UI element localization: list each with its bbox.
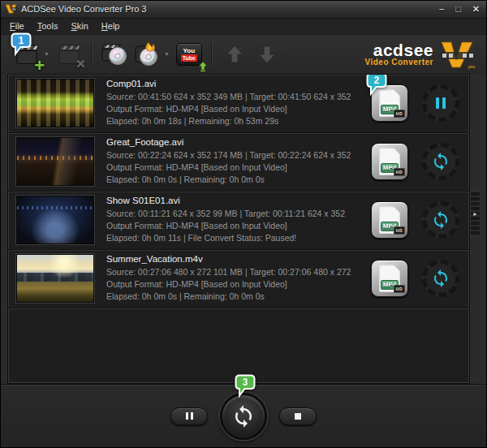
pause-all-button[interactable] [170,407,208,425]
output-format-button[interactable]: MP4 HD [371,260,408,297]
menu-tools[interactable]: Tools [31,19,65,32]
convert-item-button[interactable] [422,143,459,180]
remove-x-icon: ✕ [75,57,86,71]
move-up-button[interactable] [218,39,251,70]
conversion-controls: 3 [1,384,486,447]
convert-item-button[interactable] [422,260,459,297]
brand-name: acdsee [373,42,433,58]
move-down-button[interactable] [251,39,283,70]
video-thumbnail [16,137,94,186]
output-format-button[interactable]: MP4 HD [371,201,408,239]
menu-help[interactable]: Help [95,19,127,32]
file-progress: Elapsed: 0h 0m 11s | File Convert Status… [106,232,371,244]
file-source-target: Source: 00:11:21 624 x 352 99 MB | Targe… [106,208,371,220]
callout-step-3: 3 [235,374,256,398]
pro-label: pro [468,64,476,69]
file-progress: Elapsed: 0h 0m 0s | Remaining: 0h 0m 0s [106,174,371,186]
sync-icon [431,269,450,288]
minimize-icon[interactable]: – [439,3,444,15]
file-list: Comp01.avi Source: 00:41:50 624 x 352 34… [7,74,470,385]
pause-icon [436,97,446,109]
youtube-upload-button[interactable]: You Tube [173,39,205,70]
file-source-target: Source: 00:27:06 480 x 272 101 MB | Targ… [106,266,371,278]
menu-bar: File Tools Skin Help [1,19,486,35]
file-row[interactable]: Great_Footage.avi Source: 00:22:24 624 x… [8,133,469,192]
hd-badge: HD [394,226,405,235]
file-name: Show S01E01.avi [106,196,371,205]
window-title: ACDSee Video Converter Pro 3 [21,4,147,14]
sync-icon [431,152,450,171]
sync-icon [431,210,450,230]
burn-disc-icon [133,41,161,67]
file-output-format: Output Format: HD-MP4 [Based on Input Vi… [106,162,371,174]
close-icon[interactable]: ✕ [472,3,480,15]
callout-step-1: 1 [11,32,32,56]
hd-badge: HD [394,110,405,118]
stop-all-button[interactable] [279,407,317,425]
add-dropdown-icon[interactable]: ▼ [44,51,50,57]
burn-dropdown-icon[interactable]: ▼ [164,51,170,57]
arrow-down-icon [256,44,278,65]
menu-skin[interactable]: Skin [64,19,94,32]
burn-disc-button[interactable] [131,39,163,70]
svg-text:1: 1 [19,35,24,46]
file-name: Great_Footage.avi [106,137,371,147]
file-output-format: Output Format: HD-MP4 [Based on Input Vi… [106,278,371,291]
svg-text:3: 3 [243,377,248,388]
hd-badge: HD [394,285,405,293]
hd-badge: HD [394,168,405,176]
add-plus-icon: + [34,58,45,73]
file-source-target: Source: 00:41:50 624 x 352 349 MB | Targ… [106,91,371,103]
brand-logo: acdsee Video Converter pro [364,39,478,70]
output-format-button[interactable]: MP4 HD [371,143,408,180]
side-panel-handle[interactable]: ► [470,190,481,237]
file-row[interactable]: Comp01.avi Source: 00:41:50 624 x 352 34… [8,75,469,133]
expand-arrow-icon: ► [472,211,478,217]
product-name: Video Converter [364,58,433,67]
file-row[interactable]: Summer_Vacation.m4v Source: 00:27:06 480… [8,250,469,308]
stop-icon [295,413,301,420]
pause-item-button[interactable] [422,84,459,122]
youtube-bottom-label: Tube [181,54,197,62]
video-thumbnail [16,196,94,244]
convert-disc-icon [101,42,128,67]
remove-file-button[interactable]: ✕ [53,39,85,70]
toolbar-separator [91,42,93,67]
toolbar: + ▼ ✕ [1,35,486,74]
upload-arrow-icon [198,62,208,71]
title-bar: ACDSee Video Converter Pro 3 – □ ✕ [1,1,486,19]
file-output-format: Output Format: HD-MP4 [Based on Input Vi… [106,220,371,232]
app-icon [5,3,17,15]
convert-all-button[interactable]: 3 [220,393,267,440]
file-output-format: Output Format: HD-MP4 [Based on Input Vi… [106,103,371,115]
svg-text:2: 2 [374,75,380,86]
brand-v-mark-icon: pro [439,39,476,70]
menu-file[interactable]: File [3,19,31,32]
maximize-icon[interactable]: □ [455,3,461,15]
file-progress: Elapsed: 0h 0m 0s | Remaining: 0h 0m 0s [106,291,371,303]
file-row[interactable]: Show S01E01.avi Source: 00:11:21 624 x 3… [8,192,469,250]
convert-to-disc-button[interactable] [98,39,131,70]
pause-icon [186,412,188,420]
convert-item-button[interactable] [422,201,459,239]
file-source-target: Source: 00:22:24 624 x 352 174 MB | Targ… [106,149,371,162]
arrow-up-icon [224,44,245,65]
app-window: ACDSee Video Converter Pro 3 – □ ✕ File … [0,0,487,448]
file-name: Comp01.avi [106,79,371,88]
toolbar-separator [211,42,213,67]
video-thumbnail [16,254,94,303]
convert-sync-icon [231,404,256,429]
file-progress: Elapsed: 0h 0m 18s | Remaining: 0h 53m 2… [106,115,371,127]
callout-step-2: 2 [366,74,387,97]
file-name: Summer_Vacation.m4v [106,254,371,264]
youtube-top-label: You [183,47,196,54]
video-thumbnail [16,79,94,127]
